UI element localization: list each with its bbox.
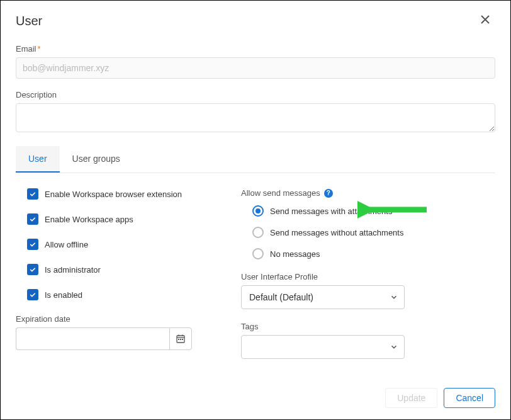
expiration-input-wrap [16,327,192,350]
checkbox-label: Enable Workspace apps [45,215,133,224]
email-group: Email* [16,44,495,79]
expiration-field[interactable] [16,327,169,350]
checkbox-icon [27,188,38,200]
dialog-body: Email* Description User User groups Enab… [1,38,510,379]
tab-content-user: Enable Workspace browser extension Enabl… [16,173,495,377]
radio-no-messages[interactable]: No messages [252,248,490,259]
svg-rect-6 [182,339,183,340]
expiration-group: Expiration date [16,314,203,350]
radio-label: Send messages with attachments [270,207,392,216]
email-label: Email* [16,44,495,54]
checkbox-icon [27,239,38,250]
dialog-title: User [16,14,42,28]
dialog-footer: Update Cancel [1,379,510,419]
checkbox-is-enabled[interactable]: Is enabled [27,289,203,300]
checkbox-label: Allow offline [45,240,88,249]
ui-profile-label: User Interface Profile [241,272,490,281]
allow-send-radio-group: Send messages with attachments Send mess… [241,205,490,259]
tags-group: Tags [241,322,490,359]
email-field[interactable] [16,57,495,79]
expiration-label: Expiration date [16,314,203,324]
svg-rect-4 [178,339,179,340]
radio-icon [252,205,264,217]
cancel-button[interactable]: Cancel [444,388,495,408]
update-button[interactable]: Update [385,388,437,408]
radio-label: Send messages without attachments [270,228,403,237]
tags-select-wrap [241,335,405,359]
close-icon [480,14,490,25]
radio-without-attachments[interactable]: Send messages without attachments [252,227,490,238]
close-button[interactable] [475,12,495,30]
tags-label: Tags [241,322,490,331]
tabs: User User groups [16,146,495,173]
description-label: Description [16,90,495,99]
allow-send-label: Allow send messages ? [241,188,490,198]
required-star: * [38,44,41,54]
right-column: Allow send messages ? Send messages with… [241,188,490,372]
date-picker-button[interactable] [169,327,192,350]
tab-user-groups[interactable]: User groups [60,146,133,173]
svg-rect-5 [180,339,181,340]
left-column: Enable Workspace browser extension Enabl… [27,188,203,372]
checkbox-is-admin[interactable]: Is administrator [27,264,203,275]
checkbox-enable-apps[interactable]: Enable Workspace apps [27,213,203,225]
radio-icon [252,227,264,238]
radio-with-attachments[interactable]: Send messages with attachments [252,205,490,217]
ui-profile-select[interactable]: Default (Default) [241,285,405,309]
checkbox-icon [27,264,38,275]
allow-send-group: Allow send messages ? Send messages with… [241,188,490,259]
description-group: Description [16,90,495,135]
checkbox-label: Is administrator [45,265,101,275]
tags-select[interactable] [241,335,405,359]
ui-profile-group: User Interface Profile Default (Default) [241,272,490,309]
calendar-icon [176,334,186,344]
user-dialog: User Email* Description User User groups [1,1,510,419]
help-icon[interactable]: ? [324,189,333,198]
tab-user[interactable]: User [16,146,60,173]
checkbox-allow-offline[interactable]: Allow offline [27,239,203,250]
description-field[interactable] [16,103,495,132]
checkbox-icon [27,213,38,225]
radio-label: No messages [270,249,320,259]
checkbox-enable-browser-ext[interactable]: Enable Workspace browser extension [27,188,203,200]
checkbox-label: Is enabled [45,290,82,300]
checkbox-icon [27,289,38,300]
dialog-header: User [1,1,510,38]
radio-icon [252,248,264,259]
ui-profile-select-wrap: Default (Default) [241,285,405,309]
checkbox-label: Enable Workspace browser extension [45,190,182,199]
